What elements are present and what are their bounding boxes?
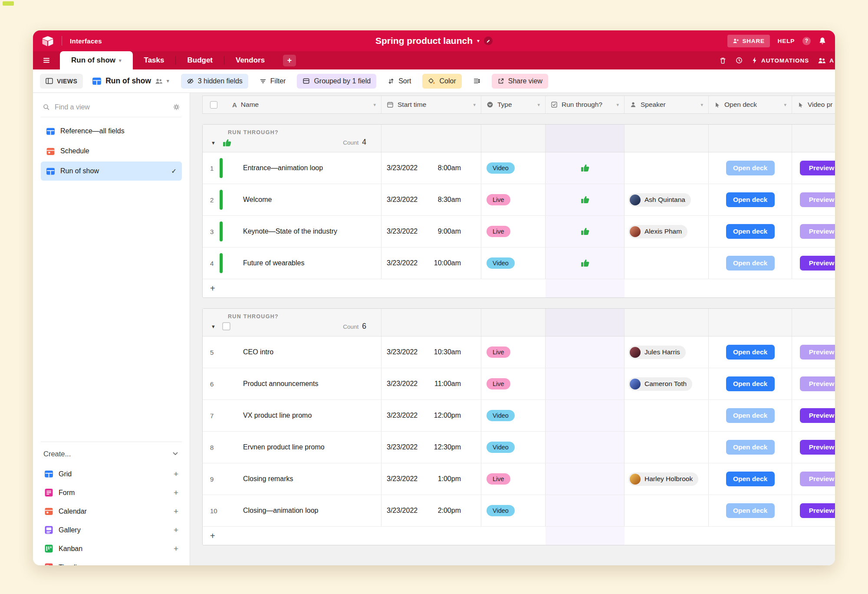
cell-run-through[interactable] (546, 337, 625, 368)
create-grid-view[interactable]: Grid+ (41, 465, 182, 483)
column-header-type[interactable]: Type▾ (481, 96, 546, 113)
cell-speaker[interactable]: Jules Harris (625, 337, 709, 368)
tab-run-of-show[interactable]: Run of show▾ (60, 51, 133, 69)
open-deck-button[interactable]: Open deck (726, 408, 775, 423)
gear-icon[interactable] (173, 103, 180, 111)
cell-start-time[interactable]: 3/23/20221:00pm (381, 463, 481, 495)
open-deck-button[interactable]: Open deck (726, 376, 775, 391)
create-kanban-view[interactable]: Kanban+ (41, 539, 182, 558)
tab-tasks[interactable]: Tasks (133, 51, 176, 69)
column-header-name[interactable]: A Name▾ (227, 96, 381, 113)
cell-speaker[interactable]: Ash Quintana (625, 184, 709, 215)
title-caret-icon[interactable]: ▾ (477, 38, 480, 44)
table-row[interactable]: 2 Welcome 3/23/20228:30am Live Ash Quint… (203, 184, 835, 216)
column-header-open-deck[interactable]: Open deck▾ (709, 96, 792, 113)
edit-title-icon[interactable] (484, 36, 493, 45)
cell-start-time[interactable]: 3/23/202212:30pm (381, 432, 481, 463)
cell-type[interactable]: Live (481, 337, 546, 368)
chevron-down-icon[interactable]: ▾ (373, 102, 376, 108)
column-header-speaker[interactable]: Speaker▾ (625, 96, 709, 113)
plus-icon[interactable]: + (174, 488, 178, 498)
preview-button[interactable]: Preview (800, 503, 835, 518)
table-row[interactable]: 4 Future of wearables 3/23/202210:00am V… (203, 248, 835, 279)
notifications-bell-icon[interactable] (819, 37, 826, 45)
row-number-cell[interactable]: 8 (203, 432, 227, 463)
preview-button[interactable]: Preview (800, 161, 835, 175)
tab-budget[interactable]: Budget (176, 51, 224, 69)
cell-start-time[interactable]: 3/23/202210:00am (381, 248, 481, 279)
cell-type[interactable]: Video (481, 432, 546, 463)
plus-icon[interactable]: + (174, 507, 178, 516)
menu-icon[interactable] (33, 51, 60, 69)
cell-type[interactable]: Video (481, 248, 546, 279)
preview-button[interactable]: Preview (800, 440, 835, 455)
cell-name[interactable]: Future of wearables (227, 248, 381, 279)
cell-name[interactable]: VX product line promo (227, 400, 381, 431)
open-deck-button[interactable]: Open deck (726, 256, 775, 271)
table-row[interactable]: 6 Product announcements 3/23/202211:00am… (203, 368, 835, 400)
add-record-row[interactable]: + (203, 279, 835, 297)
cell-speaker[interactable]: Harley Holbrook (625, 463, 709, 495)
cell-speaker[interactable] (625, 432, 709, 463)
open-deck-button[interactable]: Open deck (726, 472, 775, 486)
cell-type[interactable]: Video (481, 400, 546, 431)
current-view-selector[interactable]: Run of show ▾ (92, 76, 169, 86)
color-button[interactable]: Color (422, 74, 461, 89)
plus-icon[interactable]: + (174, 563, 178, 566)
chevron-down-icon[interactable]: ▾ (537, 102, 540, 108)
plus-icon[interactable]: + (203, 531, 215, 541)
cell-name[interactable]: Product announcements (227, 368, 381, 399)
row-number-cell[interactable]: 7 (203, 400, 227, 431)
airtable-logo[interactable] (42, 36, 54, 46)
table-row[interactable]: 3 Keynote—State of the industry 3/23/202… (203, 216, 835, 248)
trash-icon[interactable] (719, 57, 727, 64)
chevron-down-icon[interactable]: ▾ (784, 102, 786, 108)
open-deck-button[interactable]: Open deck (726, 440, 775, 455)
preview-button[interactable]: Preview (800, 472, 835, 486)
column-header-start-time[interactable]: Start time▾ (381, 96, 481, 113)
column-header-run-through[interactable]: Run through?▾ (546, 96, 625, 113)
cell-speaker[interactable]: Cameron Toth (625, 368, 709, 399)
cell-type[interactable]: Live (481, 463, 546, 495)
view-item-reference-all-fields[interactable]: Reference—all fields (41, 122, 182, 141)
cell-run-through[interactable] (546, 152, 625, 184)
help-icon[interactable]: ? (802, 37, 811, 45)
table-row[interactable]: 10 Closing—animation loop 3/23/20222:00p… (203, 495, 835, 527)
create-section-toggle[interactable]: Create... (41, 443, 182, 465)
preview-button[interactable]: Preview (800, 224, 835, 239)
cell-type[interactable]: Video (481, 152, 546, 184)
preview-button[interactable]: Preview (800, 408, 835, 423)
view-item-schedule[interactable]: Schedule (41, 142, 182, 161)
cell-run-through[interactable] (546, 368, 625, 399)
cell-start-time[interactable]: 3/23/20222:00pm (381, 495, 481, 526)
cell-name[interactable]: Welcome (227, 184, 381, 215)
column-header-video-preview[interactable]: Video pr (792, 96, 835, 113)
row-number-cell[interactable]: 1 (203, 152, 227, 184)
select-all-cell[interactable] (203, 96, 227, 113)
automations-button[interactable]: AUTOMATIONS (752, 57, 809, 64)
cell-start-time[interactable]: 3/23/20229:00am (381, 216, 481, 247)
share-button[interactable]: SHARE (727, 35, 770, 47)
cell-run-through[interactable] (546, 184, 625, 215)
cell-type[interactable]: Video (481, 495, 546, 526)
select-all-checkbox[interactable] (210, 101, 217, 109)
tab-vendors[interactable]: Vendors (224, 51, 276, 69)
cell-speaker[interactable] (625, 400, 709, 431)
row-number-cell[interactable]: 5 (203, 337, 227, 368)
cell-run-through[interactable] (546, 248, 625, 279)
group-button[interactable]: Grouped by 1 field (297, 74, 376, 89)
cell-run-through[interactable] (546, 432, 625, 463)
cell-name[interactable]: Closing—animation loop (227, 495, 381, 526)
plus-icon[interactable]: + (174, 544, 178, 554)
open-deck-button[interactable]: Open deck (726, 503, 775, 518)
preview-button[interactable]: Preview (800, 376, 835, 391)
open-deck-button[interactable]: Open deck (726, 161, 775, 175)
cell-start-time[interactable]: 3/23/202211:00am (381, 368, 481, 399)
help-button[interactable]: HELP (778, 38, 795, 44)
sort-button[interactable]: Sort (382, 74, 417, 89)
share-view-button[interactable]: Share view (492, 74, 548, 89)
cell-type[interactable]: Live (481, 216, 546, 247)
cell-name[interactable]: CEO intro (227, 337, 381, 368)
preview-button[interactable]: Preview (800, 345, 835, 360)
row-number-cell[interactable]: 10 (203, 495, 227, 526)
